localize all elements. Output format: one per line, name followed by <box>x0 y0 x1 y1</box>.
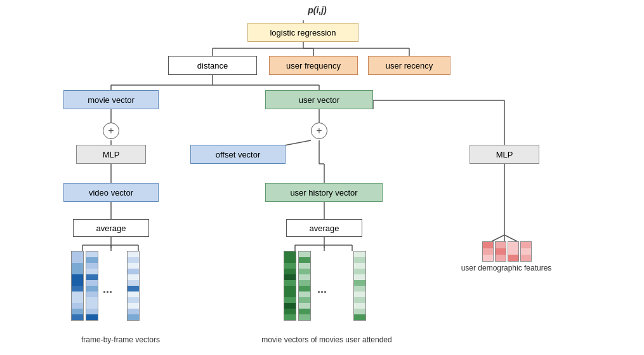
video-vector-node: video vector <box>63 183 159 202</box>
diagram: p(i,j) logistic regression distance user… <box>0 0 644 355</box>
movie-vector-2 <box>298 251 311 321</box>
pij-label: p(i,j) <box>286 5 349 15</box>
offset-vector-node: offset vector <box>190 145 286 164</box>
movie-vector-node: movie vector <box>63 90 159 109</box>
average-right-node: average <box>286 219 362 237</box>
movie-vector-1 <box>284 251 296 321</box>
user-frequency-node: user frequency <box>269 56 358 75</box>
average-left-node: average <box>73 219 149 237</box>
frame-vector-1 <box>71 251 84 321</box>
plus-circle-right: + <box>311 123 327 139</box>
demographic-features <box>482 241 532 262</box>
movie-dots: ··· <box>317 286 327 299</box>
user-recency-node: user recency <box>368 56 450 75</box>
frame-vector-2 <box>86 251 98 321</box>
demographic-label: user demographic features <box>456 264 557 272</box>
plus-circle-left: + <box>103 123 119 139</box>
distance-node: distance <box>168 56 257 75</box>
user-history-vector-node: user history vector <box>265 183 383 202</box>
frame-vector-3 <box>127 251 140 321</box>
logistic-regression-node: logistic regression <box>247 23 358 42</box>
svg-line-40 <box>504 235 517 241</box>
user-vector-node: user vector <box>265 90 373 109</box>
mlp-left-node: MLP <box>76 145 146 164</box>
frame-dots: ··· <box>103 286 112 299</box>
svg-line-38 <box>492 235 504 241</box>
frame-label: frame-by-frame vectors <box>60 335 181 344</box>
movie-vector-3 <box>353 251 366 321</box>
mlp-right-node: MLP <box>470 145 539 164</box>
movie-label: movie vectors of movies user attended <box>247 335 406 344</box>
